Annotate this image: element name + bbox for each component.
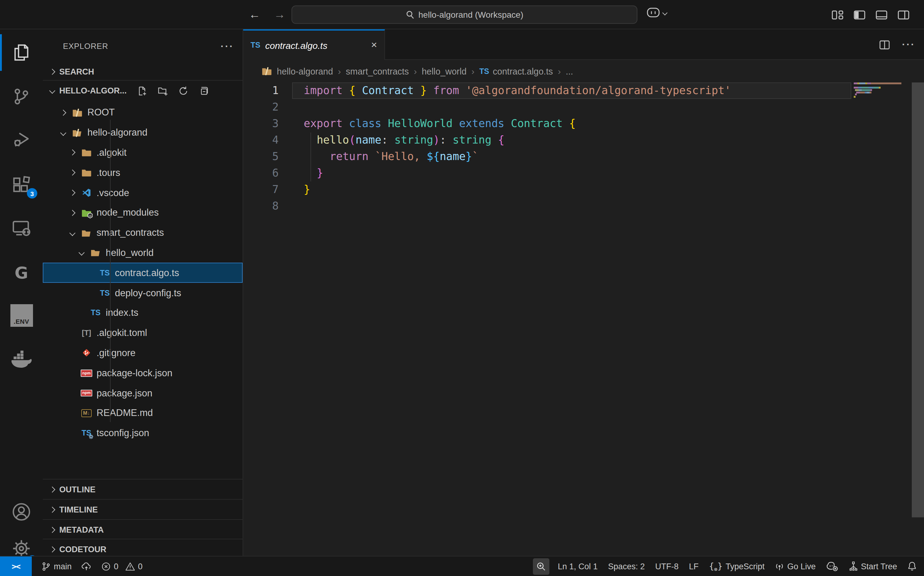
line-number: 5 [243, 149, 279, 165]
chevron-right-icon [49, 526, 55, 533]
branch-item[interactable]: main [42, 562, 72, 571]
tree-item-label: package-lock.json [96, 368, 172, 379]
explorer-activity-icon[interactable] [0, 34, 43, 71]
run-debug-activity-icon[interactable] [0, 122, 43, 158]
breadcrumb-item[interactable]: TScontract.algo.ts [479, 66, 553, 76]
npm-icon: npm [81, 368, 92, 378]
tree-item--algokit[interactable]: .algokit [43, 142, 243, 163]
copilot-disabled-item[interactable] [826, 561, 838, 571]
tree-graph-icon [849, 562, 858, 571]
dotenv-activity-icon[interactable]: .ENV [0, 297, 43, 333]
tree-item--gitignore[interactable]: .gitignore [43, 343, 243, 363]
activity-bar: 3 G .ENV 1 [0, 29, 43, 556]
breadcrumb-separator: › [338, 66, 341, 76]
chevron-right-icon [60, 110, 66, 116]
root-folder-icon [72, 107, 83, 118]
start-tree-item[interactable]: Start Tree [849, 562, 897, 571]
back-icon[interactable]: ← [249, 8, 260, 21]
remote-indicator[interactable]: >< [0, 556, 32, 576]
command-center-search[interactable]: hello-algorand (Workspace) [291, 5, 637, 24]
indentation-item[interactable]: Spaces: 2 [608, 562, 645, 571]
code-editor[interactable]: 12345678 import { Contract } from '@algo… [243, 82, 924, 556]
toggle-secondary-sidebar-icon[interactable] [898, 10, 910, 19]
breadcrumb[interactable]: hello-algorand›smart_contracts›hello_wor… [243, 60, 924, 82]
remote-explorer-activity-icon[interactable] [0, 210, 43, 246]
forward-icon[interactable]: → [274, 8, 285, 21]
accounts-activity-icon[interactable] [0, 494, 43, 530]
encoding-item[interactable]: UTF-8 [655, 562, 679, 571]
scrollbar-slider[interactable] [912, 82, 924, 517]
eol-item[interactable]: LF [689, 562, 699, 571]
new-folder-icon[interactable] [158, 86, 168, 96]
tree-item-contract-algo-ts[interactable]: TScontract.algo.ts [43, 263, 243, 283]
refresh-icon[interactable] [179, 86, 189, 96]
warning-icon [125, 562, 135, 571]
tree-item-package-json[interactable]: npmpackage.json [43, 383, 243, 403]
section-metadata[interactable]: METADATA [43, 519, 243, 539]
tab-contract-algo-ts[interactable]: TS contract.algo.ts × [243, 29, 385, 60]
line-number: 6 [243, 165, 279, 181]
md-icon: M↓ [81, 408, 92, 418]
copilot-icon [647, 7, 660, 18]
ts-icon: TS [99, 288, 110, 298]
tab-close-icon[interactable]: × [371, 39, 377, 51]
notifications-bell-icon[interactable] [908, 562, 917, 571]
toggle-panel-icon[interactable] [876, 10, 887, 19]
tree-item--vscode[interactable]: .vscode [43, 182, 243, 203]
tree-item-index-ts[interactable]: TSindex.ts [43, 303, 243, 323]
extensions-badge: 3 [27, 188, 37, 198]
docker-activity-icon[interactable] [0, 341, 43, 378]
tree-indent-guide [110, 120, 110, 422]
gitlens-activity-icon[interactable]: G [0, 254, 43, 291]
code-line-6: } [304, 165, 851, 181]
chevron-down-icon [69, 230, 75, 236]
cursor-position-item[interactable]: Ln 1, Col 1 [558, 562, 598, 571]
customize-layout-icon[interactable] [832, 10, 843, 19]
tree-item-readme-md[interactable]: M↓README.md [43, 403, 243, 423]
go-live-item[interactable]: Go Live [775, 562, 815, 571]
source-control-activity-icon[interactable] [0, 78, 43, 115]
tree-item-node-modules[interactable]: JSnode_modules [43, 203, 243, 223]
problems-item[interactable]: 0 0 [102, 562, 143, 571]
npm-icon: npm [81, 388, 92, 398]
breadcrumb-item[interactable]: hello-algorand [277, 66, 333, 76]
publish-item[interactable] [82, 562, 92, 571]
tree-item-tsconfig-json[interactable]: TStsconfig.json [43, 423, 243, 443]
tree-item-label: .algokit.toml [96, 327, 147, 338]
breadcrumb-item[interactable]: smart_contracts [346, 66, 409, 76]
split-editor-icon[interactable] [879, 40, 890, 49]
tree-item-smart-contracts[interactable]: smart_contracts [43, 223, 243, 243]
tree-item-label: .vscode [96, 187, 129, 198]
language-mode-item[interactable]: {⊗} TypeScript [709, 562, 764, 571]
tree-item-hello-world[interactable]: hello_world [43, 243, 243, 263]
chevron-down-icon [663, 10, 668, 15]
git-branch-icon [42, 562, 51, 571]
tree-item-package-lock-json[interactable]: npmpackage-lock.json [43, 363, 243, 383]
tree-item-hello-algorand[interactable]: hello-algorand [43, 123, 243, 143]
section-timeline[interactable]: TIMELINE [43, 499, 243, 519]
collapse-all-icon[interactable] [199, 86, 209, 96]
status-bar: >< main 0 0 Ln 1, Col 1 Spaces: 2 UTF-8 … [0, 556, 924, 576]
tree-item-deploy-config-ts[interactable]: TSdeploy-config.ts [43, 283, 243, 303]
tree-item--algokit-toml[interactable]: [T].algokit.toml [43, 323, 243, 343]
section-workspace[interactable]: HELLO-ALGOR... [43, 80, 243, 101]
zoom-status-item[interactable] [533, 558, 549, 574]
line-number: 2 [243, 99, 279, 115]
section-outline[interactable]: OUTLINE [43, 479, 243, 499]
new-file-icon[interactable] [138, 86, 147, 96]
toggle-primary-sidebar-icon[interactable] [854, 10, 865, 19]
search-icon [405, 10, 414, 19]
breadcrumb-separator: › [471, 66, 474, 76]
extensions-activity-icon[interactable]: 3 [0, 167, 43, 203]
tree-item-root[interactable]: ROOT [43, 102, 243, 123]
breadcrumb-item[interactable]: ... [565, 66, 573, 76]
chevron-right-icon [69, 150, 75, 156]
tree-item-label: README.md [96, 408, 153, 419]
editor-more-actions[interactable]: ··· [902, 39, 916, 50]
explorer-more-actions[interactable]: ··· [221, 41, 234, 51]
node-icon: JS [81, 208, 92, 218]
section-search[interactable]: SEARCH [43, 63, 243, 80]
tree-item--tours[interactable]: .tours [43, 163, 243, 183]
breadcrumb-item[interactable]: hello_world [422, 66, 467, 76]
copilot-menu[interactable] [647, 7, 667, 18]
